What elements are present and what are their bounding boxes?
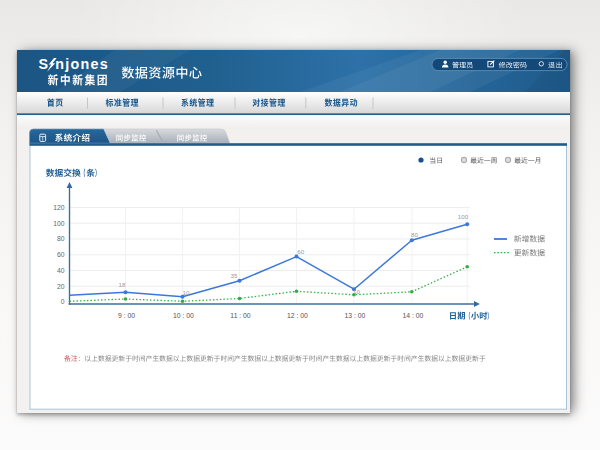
- svg-text:10 : 00: 10 : 00: [173, 312, 194, 319]
- svg-text:60: 60: [57, 251, 65, 258]
- svg-text:80: 80: [57, 235, 65, 242]
- svg-text:40: 40: [57, 267, 65, 274]
- svg-text:njones: njones: [55, 56, 109, 72]
- svg-text:12 : 00: 12 : 00: [287, 312, 308, 319]
- svg-text:10: 10: [353, 288, 360, 295]
- svg-text:11 : 00: 11 : 00: [230, 312, 251, 319]
- svg-text:10: 10: [183, 289, 190, 296]
- svg-text:20: 20: [57, 283, 65, 290]
- svg-text:S: S: [39, 56, 49, 72]
- svg-text:60: 60: [297, 248, 304, 255]
- svg-text:14 : 00: 14 : 00: [403, 312, 424, 319]
- svg-text:120: 120: [53, 204, 65, 211]
- svg-text:35: 35: [231, 272, 238, 279]
- svg-text:100: 100: [53, 220, 65, 227]
- svg-text:0: 0: [61, 298, 65, 305]
- svg-text:13 : 00: 13 : 00: [345, 312, 366, 319]
- svg-text:100: 100: [458, 213, 469, 220]
- svg-text:80: 80: [411, 231, 418, 238]
- svg-text:9 : 00: 9 : 00: [118, 312, 135, 319]
- svg-text:18: 18: [119, 281, 126, 288]
